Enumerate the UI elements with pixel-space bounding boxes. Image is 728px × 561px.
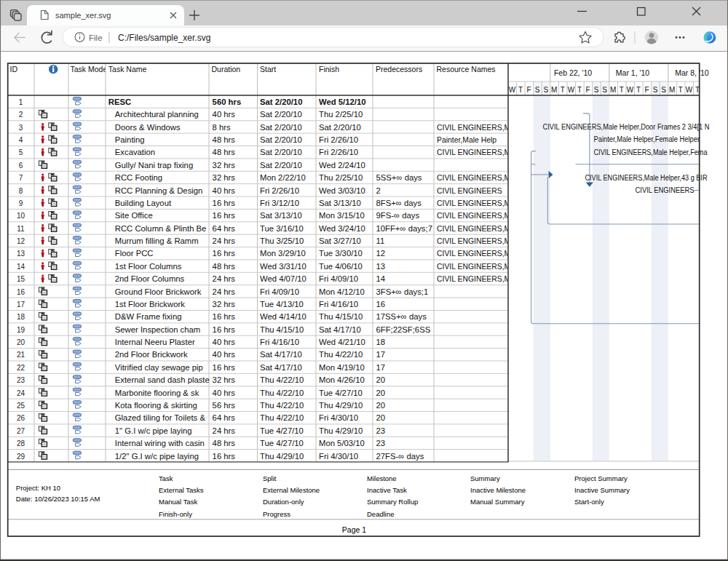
svg-text:S: S [543,86,548,94]
svg-text:CIVIL ENGINEERS,Mal: CIVIL ENGINEERS,Mal [437,199,516,207]
svg-text:F: F [586,86,590,94]
svg-text:External Milestone: External Milestone [263,486,320,494]
svg-text:Internal wiring with casin: Internal wiring with casin [115,439,205,447]
svg-text:16 hrs: 16 hrs [213,363,236,372]
svg-text:6FF;22SF;6SS: 6FF;22SF;6SS [376,325,431,334]
svg-text:Wed 4/14/10: Wed 4/14/10 [260,312,306,321]
svg-text:Deadline: Deadline [367,510,395,518]
svg-text:CIVIL ENGINEERS,Male Helper,Do: CIVIL ENGINEERS,Male Helper,Door Frames … [543,123,710,131]
svg-text:8: 8 [19,187,23,195]
svg-text:12: 12 [376,249,386,258]
svg-text:13: 13 [17,250,25,258]
svg-text:Inactive Summary: Inactive Summary [574,486,630,494]
svg-text:RCC Column & Plinth Be: RCC Column & Plinth Be [115,224,207,233]
svg-text:48 hrs: 48 hrs [213,135,236,144]
svg-text:Sat 3/13/10: Sat 3/13/10 [319,199,361,207]
svg-text:T: T [620,86,624,94]
svg-text:Mon 4/12/10: Mon 4/12/10 [319,287,365,296]
svg-text:7: 7 [19,174,23,182]
svg-text:File: File [89,33,103,42]
svg-text:CIVIL ENGINEERS,Mal: CIVIL ENGINEERS,Mal [437,275,516,283]
svg-text:Sat 2/20/10: Sat 2/20/10 [260,148,302,156]
svg-text:Thu 2/25/10: Thu 2/25/10 [319,110,363,119]
svg-text:3: 3 [19,124,23,132]
svg-text:Thu 2/25/10: Thu 2/25/10 [319,173,363,182]
svg-text:Thu 4/22/10: Thu 4/22/10 [260,413,304,422]
svg-text:32 hrs: 32 hrs [213,375,236,384]
svg-text:CIVIL ENGINEERS,Mal: CIVIL ENGINEERS,Mal [437,174,516,182]
svg-text:Wed 4/07/10: Wed 4/07/10 [260,274,306,283]
svg-text:RCC Planning & Design: RCC Planning & Design [115,186,203,195]
svg-text:M: M [610,86,616,94]
svg-text:48 hrs: 48 hrs [213,439,236,447]
svg-text:5: 5 [19,148,23,156]
svg-text:Start-only: Start-only [574,498,604,506]
svg-text:Tue 4/13/10: Tue 4/13/10 [260,300,304,309]
svg-text:23: 23 [376,439,386,447]
svg-text:17: 17 [17,301,25,309]
svg-text:Fri 4/09/10: Fri 4/09/10 [319,274,358,283]
svg-text:Sat 2/20/10: Sat 2/20/10 [260,123,302,132]
svg-text:Finish-only: Finish-only [159,510,192,518]
svg-text:Murrum filling & Ramm: Murrum filling & Ramm [115,236,199,245]
svg-text:Thu 4/22/10: Thu 4/22/10 [260,375,304,384]
svg-text:Wed 2/24/10: Wed 2/24/10 [319,161,365,170]
svg-text:Wed 3/24/10: Wed 3/24/10 [319,224,365,233]
svg-text:40 hrs: 40 hrs [213,389,236,397]
svg-text:14: 14 [17,263,25,271]
svg-text:Tue 4/27/10: Tue 4/27/10 [319,389,363,397]
svg-text:External sand dash plaste: External sand dash plaste [115,375,210,384]
svg-text:1: 1 [19,98,23,106]
svg-text:Fri 4/30/10: Fri 4/30/10 [319,413,358,422]
svg-text:Manual Summary: Manual Summary [470,498,525,506]
svg-text:16 hrs: 16 hrs [213,312,236,321]
svg-text:20: 20 [376,375,386,384]
svg-text:29: 29 [17,453,25,461]
svg-text:Fri 4/16/10: Fri 4/16/10 [319,300,358,309]
svg-text:RCC Footing: RCC Footing [115,173,162,182]
svg-text:CIVIL ENGINEERS,Mal: CIVIL ENGINEERS,Mal [437,225,516,233]
svg-text:T: T [518,86,523,94]
svg-text:24 hrs: 24 hrs [213,426,236,435]
svg-text:Sat 4/17/10: Sat 4/17/10 [260,363,302,372]
svg-text:Fri 2/26/10: Fri 2/26/10 [319,148,358,156]
svg-text:64 hrs: 64 hrs [213,413,236,422]
svg-text:56 hrs: 56 hrs [213,401,236,410]
svg-text:W: W [568,86,575,94]
svg-text:Mar 8, '10: Mar 8, '10 [675,68,709,77]
svg-text:Tue 3/16/10: Tue 3/16/10 [260,224,304,233]
svg-text:16 hrs: 16 hrs [213,199,236,207]
svg-text:Mon 5/03/10: Mon 5/03/10 [319,439,365,447]
svg-text:Wed 3/31/10: Wed 3/31/10 [260,262,306,271]
svg-text:16: 16 [17,288,25,296]
svg-text:CIVIL ENGINEERS,Male Helper,Fe: CIVIL ENGINEERS,Male Helper,Fema [594,148,708,156]
svg-text:Manual Task: Manual Task [159,498,197,506]
svg-text:F: F [645,86,649,94]
svg-text:ID: ID [10,65,18,73]
svg-text:13: 13 [376,262,386,271]
svg-text:CIVIL ENGINEERS,Mal: CIVIL ENGINEERS,Mal [437,237,516,245]
svg-text:CIVIL ENGINEERS,Mal: CIVIL ENGINEERS,Mal [437,148,516,156]
svg-text:CIVIL ENGINEERS,Mal: CIVIL ENGINEERS,Mal [437,212,516,220]
svg-text:W: W [509,86,516,94]
svg-text:Milestone: Milestone [367,474,397,482]
svg-text:Start: Start [260,65,276,73]
svg-text:14: 14 [376,274,386,283]
svg-text:15: 15 [17,275,25,283]
svg-text:Thu 4/22/10: Thu 4/22/10 [260,389,304,397]
svg-text:Doors & Windows: Doors & Windows [115,123,181,132]
svg-text:2nd Floor Brickwork: 2nd Floor Brickwork [115,350,188,359]
svg-text:Fri 2/26/10: Fri 2/26/10 [260,186,299,195]
svg-text:Fri 3/12/10: Fri 3/12/10 [260,199,299,207]
svg-text:Floor PCC: Floor PCC [115,249,154,258]
svg-text:20: 20 [17,338,25,346]
svg-text:40 hrs: 40 hrs [213,186,236,195]
svg-text:Fri 4/09/10: Fri 4/09/10 [260,287,299,296]
svg-text:18: 18 [17,313,25,321]
svg-text:23: 23 [376,426,386,435]
svg-text:Tue 3/30/10: Tue 3/30/10 [319,249,363,258]
svg-text:Sat 2/20/10: Sat 2/20/10 [260,110,302,119]
svg-text:M: M [551,86,557,94]
svg-text:Painting: Painting [115,135,145,144]
svg-text:27FS-∞ days: 27FS-∞ days [376,452,424,461]
